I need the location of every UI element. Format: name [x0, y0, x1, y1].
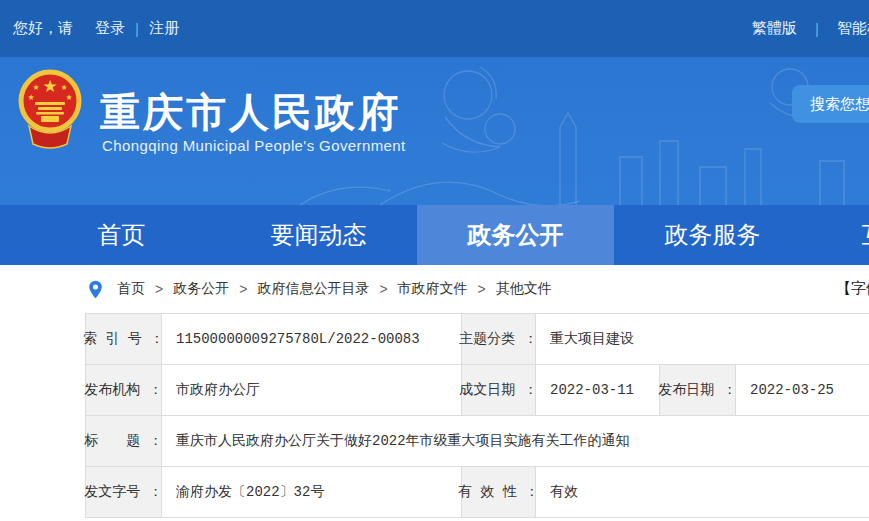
publish-date-value: 2022-03-25: [736, 365, 869, 415]
topic-category-value: 重大项目建设: [536, 314, 869, 364]
doc-number-value: 渝府办发〔2022〕32号: [162, 467, 462, 517]
national-emblem-icon: ★ ★ ★ ★ ★: [17, 68, 83, 154]
validity-value: 有效: [536, 467, 869, 517]
table-row-agency-dates: 发布机构 ： 市政府办公厅 成文日期 ： 2022-03-11 发布日期 ： 2…: [86, 365, 869, 416]
breadcrumb-separator: >: [478, 281, 486, 297]
utility-bar: 您好，请 登录 | 注册 繁體版 | 智能机: [0, 0, 869, 57]
document-title-label: 标 题 ：: [86, 416, 162, 466]
index-number-value: 11500000009275780L/2022-00083: [162, 314, 462, 364]
site-subtitle-en: Chongqing Municipal People's Government: [102, 137, 406, 154]
site-header: ★ ★ ★ ★ ★ 重庆市人民政府 Chongqing Municipal Pe…: [0, 57, 869, 205]
svg-text:★: ★: [32, 83, 39, 92]
publish-date-label: 发布日期 ：: [660, 365, 736, 415]
document-title-value: 重庆市人民政府办公厅关于做好2022年市级重大项目实施有关工作的通知: [162, 416, 869, 466]
breadcrumb-separator: >: [155, 281, 163, 297]
nav-tab-home[interactable]: 首页: [23, 205, 220, 265]
breadcrumb-gov-info[interactable]: 政务公开: [173, 280, 229, 298]
written-date-label: 成文日期 ：: [462, 365, 536, 415]
nav-tab-interaction[interactable]: 互动交流: [811, 205, 869, 265]
svg-text:★: ★: [65, 93, 72, 102]
svg-text:★: ★: [60, 83, 67, 92]
page: 您好，请 登录 | 注册 繁體版 | 智能机: [0, 0, 869, 521]
breadcrumb: 首页 > 政务公开 > 政府信息公开目录 > 市政府文件 > 其他文件 【字体: [0, 265, 869, 313]
validity-label: 有 效 性 ：: [462, 467, 536, 517]
divider: |: [135, 20, 139, 37]
divider: |: [815, 20, 819, 37]
site-title: 重庆市人民政府: [100, 85, 401, 140]
smart-service-link[interactable]: 智能机: [837, 19, 869, 38]
svg-text:★: ★: [42, 77, 57, 96]
breadcrumb-separator: >: [239, 281, 247, 297]
register-link[interactable]: 注册: [149, 19, 179, 38]
nav-tab-news[interactable]: 要闻动态: [220, 205, 417, 265]
table-row-title: 标 题 ： 重庆市人民政府办公厅关于做好2022年市级重大项目实施有关工作的通知: [86, 416, 869, 467]
traditional-chinese-link[interactable]: 繁體版: [752, 19, 797, 38]
breadcrumb-other-files[interactable]: 其他文件: [496, 280, 552, 298]
breadcrumb-separator: >: [379, 281, 387, 297]
greeting-text: 您好，请: [13, 19, 73, 38]
document-info-table: 索 引 号 ： 11500000009275780L/2022-00083 主题…: [85, 313, 869, 518]
table-row-number-validity: 发文字号 ： 渝府办发〔2022〕32号 有 效 性 ： 有效: [86, 467, 869, 518]
language-links: 繁體版 | 智能机: [752, 0, 869, 57]
font-size-control[interactable]: 【字体: [836, 279, 869, 298]
nav-tab-gov-services[interactable]: 政务服务: [614, 205, 811, 265]
issuing-agency-value: 市政府办公厅: [162, 365, 462, 415]
doc-number-label: 发文字号 ：: [86, 467, 162, 517]
index-number-label: 索 引 号 ：: [86, 314, 162, 364]
breadcrumb-city-gov-files[interactable]: 市政府文件: [398, 280, 468, 298]
breadcrumb-home[interactable]: 首页: [117, 280, 145, 298]
nav-tab-gov-info[interactable]: 政务公开: [417, 205, 614, 265]
location-pin-icon: [88, 280, 103, 299]
table-row-index: 索 引 号 ： 11500000009275780L/2022-00083 主题…: [86, 314, 869, 365]
svg-text:★: ★: [27, 93, 34, 102]
breadcrumb-info-directory[interactable]: 政府信息公开目录: [257, 280, 369, 298]
topic-category-label: 主题分类 ：: [462, 314, 536, 364]
login-link[interactable]: 登录: [95, 19, 125, 38]
account-links: 您好，请 登录 | 注册: [13, 0, 179, 57]
written-date-value: 2022-03-11: [536, 365, 660, 415]
issuing-agency-label: 发布机构 ：: [86, 365, 162, 415]
search-button[interactable]: 搜索您想: [792, 85, 869, 123]
primary-nav: 首页 要闻动态 政务公开 政务服务 互动交流: [0, 205, 869, 265]
